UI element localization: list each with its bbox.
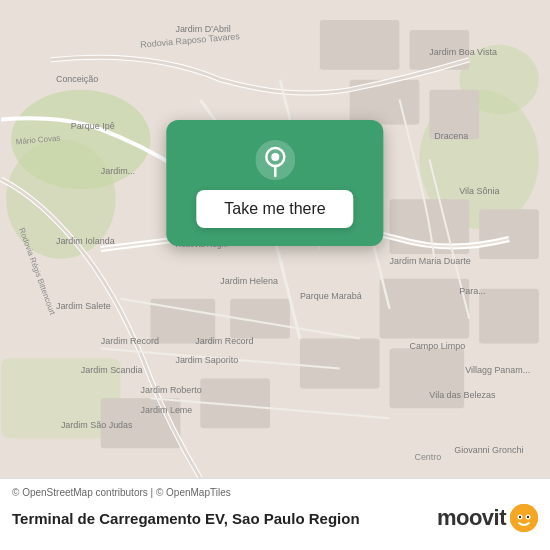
svg-text:Jardim D'Abril: Jardim D'Abril bbox=[175, 24, 230, 34]
svg-point-56 bbox=[519, 516, 521, 518]
svg-point-51 bbox=[271, 153, 279, 161]
bottom-bar: © OpenStreetMap contributors | © OpenMap… bbox=[0, 478, 550, 550]
svg-rect-13 bbox=[479, 289, 539, 344]
svg-text:Dracena: Dracena bbox=[434, 131, 468, 141]
svg-text:Campo Limpo: Campo Limpo bbox=[409, 341, 465, 351]
svg-rect-14 bbox=[300, 339, 380, 389]
popup-card: Take me there bbox=[166, 120, 383, 246]
app: Rodovia Raposo Tavares Rodovia Régis Bit… bbox=[0, 0, 550, 550]
svg-text:Jardim São Judas: Jardim São Judas bbox=[61, 420, 133, 430]
svg-text:Parque Ipê: Parque Ipê bbox=[71, 121, 115, 131]
map-container[interactable]: Rodovia Raposo Tavares Rodovia Régis Bit… bbox=[0, 0, 550, 478]
svg-text:Giovanni Gronchi: Giovanni Gronchi bbox=[454, 445, 523, 455]
location-pin-icon bbox=[255, 140, 295, 180]
svg-text:Jardim Iolanda: Jardim Iolanda bbox=[56, 236, 115, 246]
svg-text:Vila Sônia: Vila Sônia bbox=[459, 186, 499, 196]
svg-rect-12 bbox=[380, 279, 470, 339]
svg-point-53 bbox=[510, 504, 538, 532]
svg-text:Parque Marabá: Parque Marabá bbox=[300, 291, 362, 301]
svg-text:Jardim Boa Vista: Jardim Boa Vista bbox=[429, 47, 497, 57]
location-title: Terminal de Carregamento EV, Sao Paulo R… bbox=[12, 510, 437, 527]
svg-text:Jardim Roberto: Jardim Roberto bbox=[141, 385, 202, 395]
svg-text:Conceição: Conceição bbox=[56, 74, 98, 84]
svg-text:Jardim Record: Jardim Record bbox=[101, 336, 159, 346]
svg-text:Jardim Helena: Jardim Helena bbox=[220, 276, 278, 286]
moovit-text: moovit bbox=[437, 505, 506, 531]
svg-text:Vila das Belezas: Vila das Belezas bbox=[429, 390, 496, 400]
svg-text:Centro: Centro bbox=[414, 452, 441, 462]
svg-point-57 bbox=[527, 516, 529, 518]
svg-text:Jardim Record: Jardim Record bbox=[195, 336, 253, 346]
svg-text:Jardim Leme: Jardim Leme bbox=[141, 405, 193, 415]
svg-text:Jardim Salete: Jardim Salete bbox=[56, 301, 111, 311]
svg-text:Jardim Maria Duarte: Jardim Maria Duarte bbox=[390, 256, 471, 266]
take-me-there-button[interactable]: Take me there bbox=[196, 190, 353, 228]
bottom-content: Terminal de Carregamento EV, Sao Paulo R… bbox=[12, 504, 538, 532]
moovit-mascot-icon bbox=[510, 504, 538, 532]
svg-text:Para...: Para... bbox=[459, 286, 485, 296]
svg-text:Jardim Saporito: Jardim Saporito bbox=[175, 355, 238, 365]
svg-text:Jardim...: Jardim... bbox=[101, 166, 135, 176]
svg-text:Jardim Scandia: Jardim Scandia bbox=[81, 365, 143, 375]
map-attribution: © OpenStreetMap contributors | © OpenMap… bbox=[12, 487, 538, 498]
svg-rect-11 bbox=[479, 209, 539, 259]
svg-text:Villagg Panam...: Villagg Panam... bbox=[465, 365, 530, 375]
svg-rect-6 bbox=[320, 20, 400, 70]
moovit-logo: moovit bbox=[437, 504, 538, 532]
